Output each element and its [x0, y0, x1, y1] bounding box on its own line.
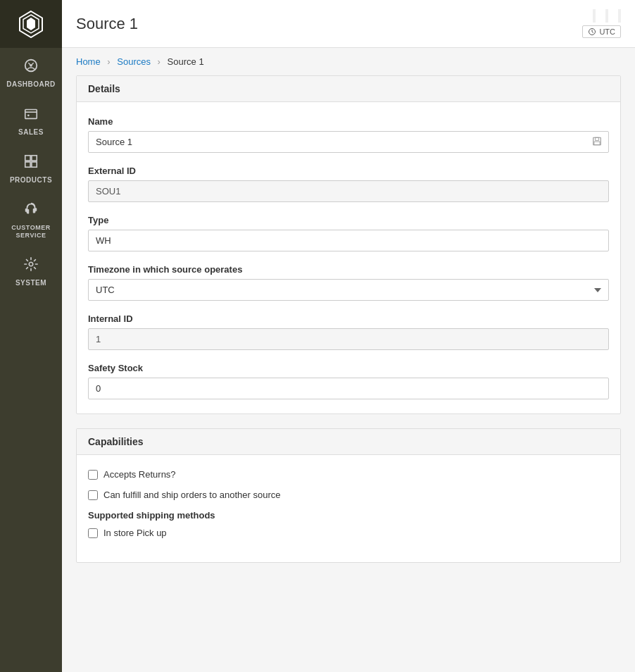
svg-rect-7	[32, 162, 37, 167]
header-right: UTC	[582, 9, 621, 38]
svg-rect-13	[596, 137, 599, 140]
utc-badge: UTC	[582, 25, 621, 38]
in-store-pickup-group: In store Pick up	[88, 528, 609, 538]
svg-rect-4	[25, 156, 30, 161]
in-store-pickup-label[interactable]: In store Pick up	[103, 528, 167, 538]
sidebar-item-system-label: SYSTEM	[15, 279, 46, 287]
in-store-pickup-checkbox[interactable]	[88, 528, 98, 538]
search-button[interactable]	[593, 9, 596, 23]
sidebar-item-products[interactable]: PRODUCTS	[0, 144, 62, 192]
type-group: Type	[88, 215, 609, 251]
system-icon	[23, 256, 39, 275]
external-id-group: External ID	[88, 166, 609, 202]
sidebar: DASHBOARD SALES PRODUCTS	[0, 0, 62, 672]
timezone-select[interactable]: UTC	[88, 279, 609, 301]
header: Source 1	[62, 0, 635, 48]
internal-id-group: Internal ID	[88, 313, 609, 350]
can-fulfill-label[interactable]: Can fulfill and ship orders to another s…	[103, 490, 280, 500]
accepts-returns-group: Accepts Returns?	[88, 469, 609, 480]
svg-rect-6	[25, 162, 30, 167]
svg-rect-5	[32, 156, 37, 161]
products-icon	[23, 154, 39, 173]
breadcrumb-sep-2: ›	[158, 56, 161, 67]
capabilities-card-body: Accepts Returns? Can fulfill and ship or…	[77, 455, 620, 562]
breadcrumb-sep-1: ›	[107, 56, 110, 67]
can-fulfill-checkbox[interactable]	[88, 490, 98, 500]
capabilities-card-header: Capabilities	[77, 429, 620, 455]
main-content: Source 1	[62, 0, 635, 672]
details-card: Details Name	[76, 75, 621, 414]
sidebar-item-customer-service-label: CUSTOMER SERVICE	[3, 224, 59, 239]
clock-icon	[588, 27, 596, 36]
sidebar-item-sales-label: SALES	[18, 128, 44, 137]
timezone-group: Timezone in which source operates UTC	[88, 264, 609, 301]
svg-point-8	[29, 262, 33, 266]
safety-stock-input[interactable]	[88, 378, 609, 399]
user-button[interactable]	[605, 9, 608, 23]
svg-rect-2	[25, 110, 37, 119]
breadcrumb: Home › Sources › Source 1	[62, 48, 635, 75]
type-input[interactable]	[88, 230, 609, 251]
svg-rect-14	[594, 142, 600, 145]
internal-id-input	[88, 328, 609, 350]
breadcrumb-sources[interactable]: Sources	[117, 56, 151, 67]
svg-point-3	[27, 114, 30, 116]
accepts-returns-checkbox[interactable]	[88, 470, 98, 480]
sidebar-logo[interactable]	[0, 0, 62, 48]
name-input[interactable]	[88, 131, 609, 153]
safety-stock-group: Safety Stock	[88, 363, 609, 399]
sidebar-item-customer-service[interactable]: CUSTOMER SERVICE	[0, 192, 62, 247]
sales-icon	[23, 106, 39, 125]
name-label: Name	[88, 116, 609, 127]
name-input-wrapper	[88, 131, 609, 153]
breadcrumb-home[interactable]: Home	[76, 56, 101, 67]
sidebar-item-dashboard[interactable]: DASHBOARD	[0, 48, 62, 96]
sidebar-item-products-label: PRODUCTS	[10, 176, 52, 185]
header-icons	[593, 9, 621, 23]
shipping-methods-label: Supported shipping methods	[88, 510, 609, 521]
content: Details Name	[62, 75, 635, 591]
sidebar-item-system[interactable]: SYSTEM	[0, 247, 62, 294]
dashboard-icon	[23, 58, 39, 77]
page-title: Source 1	[76, 15, 138, 33]
details-card-header: Details	[77, 76, 620, 102]
save-inline-icon	[592, 136, 602, 148]
utc-label: UTC	[599, 27, 615, 36]
safety-stock-label: Safety Stock	[88, 363, 609, 373]
customer-service-icon	[23, 201, 39, 220]
internal-id-label: Internal ID	[88, 313, 609, 324]
external-id-label: External ID	[88, 166, 609, 176]
breadcrumb-current: Source 1	[168, 56, 204, 67]
sidebar-item-sales[interactable]: SALES	[0, 96, 62, 144]
capabilities-card: Capabilities Accepts Returns? Can fulfil…	[76, 428, 621, 563]
external-id-input	[88, 180, 609, 202]
dropdown-button[interactable]	[618, 9, 621, 23]
details-card-body: Name External ID	[77, 102, 620, 413]
type-label: Type	[88, 215, 609, 225]
sidebar-item-dashboard-label: DASHBOARD	[6, 80, 56, 89]
svg-point-1	[30, 64, 32, 67]
accepts-returns-label[interactable]: Accepts Returns?	[103, 469, 176, 480]
timezone-label: Timezone in which source operates	[88, 264, 609, 275]
can-fulfill-group: Can fulfill and ship orders to another s…	[88, 490, 609, 500]
name-group: Name	[88, 116, 609, 153]
